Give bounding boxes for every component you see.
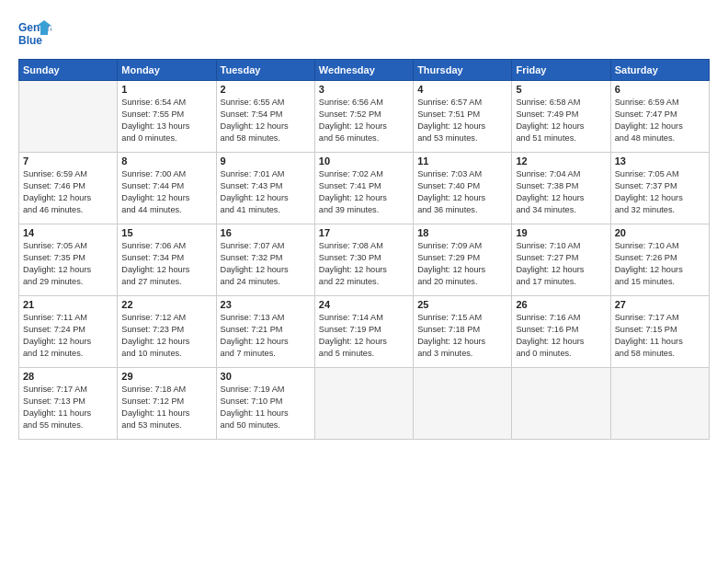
- calendar-cell: 22Sunrise: 7:12 AMSunset: 7:23 PMDayligh…: [118, 296, 216, 368]
- calendar-cell: 27Sunrise: 7:17 AMSunset: 7:15 PMDayligh…: [610, 296, 709, 368]
- day-number: 14: [23, 227, 113, 238]
- calendar-cell: 3Sunrise: 6:56 AMSunset: 7:52 PMDaylight…: [314, 81, 413, 153]
- header-monday: Monday: [118, 60, 216, 81]
- page: General Blue SundayMondayTuesdayWednesda…: [0, 0, 728, 563]
- header-friday: Friday: [512, 60, 610, 81]
- calendar-cell: 15Sunrise: 7:06 AMSunset: 7:34 PMDayligh…: [118, 224, 216, 296]
- day-number: 28: [23, 371, 113, 382]
- calendar-cell: [610, 368, 709, 440]
- calendar-cell: 18Sunrise: 7:09 AMSunset: 7:29 PMDayligh…: [414, 224, 512, 296]
- day-info: Sunrise: 7:18 AMSunset: 7:12 PMDaylight:…: [121, 384, 211, 431]
- logo-svg: General Blue: [18, 17, 51, 50]
- day-info: Sunrise: 7:04 AMSunset: 7:38 PMDaylight:…: [516, 168, 606, 216]
- day-number: 9: [221, 155, 311, 167]
- header-saturday: Saturday: [610, 60, 709, 81]
- day-number: 22: [121, 299, 211, 310]
- calendar-cell: 2Sunrise: 6:55 AMSunset: 7:54 PMDaylight…: [216, 81, 314, 153]
- day-info: Sunrise: 7:00 AMSunset: 7:44 PMDaylight:…: [121, 168, 211, 216]
- day-number: 12: [516, 155, 606, 167]
- header-sunday: Sunday: [19, 60, 118, 81]
- calendar-cell: 16Sunrise: 7:07 AMSunset: 7:32 PMDayligh…: [216, 224, 314, 296]
- day-number: 3: [319, 84, 409, 95]
- day-info: Sunrise: 6:57 AMSunset: 7:51 PMDaylight:…: [417, 97, 507, 144]
- day-info: Sunrise: 7:10 AMSunset: 7:27 PMDaylight:…: [516, 240, 606, 288]
- day-info: Sunrise: 7:17 AMSunset: 7:15 PMDaylight:…: [615, 312, 705, 360]
- calendar-cell: 12Sunrise: 7:04 AMSunset: 7:38 PMDayligh…: [512, 153, 610, 224]
- calendar-cell: 25Sunrise: 7:15 AMSunset: 7:18 PMDayligh…: [414, 296, 512, 368]
- day-number: 19: [516, 227, 606, 238]
- day-info: Sunrise: 7:05 AMSunset: 7:35 PMDaylight:…: [23, 240, 113, 288]
- day-number: 7: [23, 155, 113, 167]
- calendar-cell: 17Sunrise: 7:08 AMSunset: 7:30 PMDayligh…: [314, 224, 413, 296]
- week-row-5: 28Sunrise: 7:17 AMSunset: 7:13 PMDayligh…: [19, 368, 710, 440]
- calendar-cell: 21Sunrise: 7:11 AMSunset: 7:24 PMDayligh…: [19, 296, 118, 368]
- day-info: Sunrise: 7:07 AMSunset: 7:32 PMDaylight:…: [221, 240, 311, 288]
- day-info: Sunrise: 7:11 AMSunset: 7:24 PMDaylight:…: [23, 312, 113, 360]
- day-number: 11: [417, 155, 507, 167]
- week-row-4: 21Sunrise: 7:11 AMSunset: 7:24 PMDayligh…: [19, 296, 710, 368]
- day-number: 16: [221, 227, 311, 238]
- calendar-cell: 29Sunrise: 7:18 AMSunset: 7:12 PMDayligh…: [118, 368, 216, 440]
- day-info: Sunrise: 7:13 AMSunset: 7:21 PMDaylight:…: [221, 312, 311, 360]
- day-number: 26: [516, 299, 606, 310]
- day-info: Sunrise: 7:01 AMSunset: 7:43 PMDaylight:…: [221, 168, 311, 216]
- day-info: Sunrise: 7:14 AMSunset: 7:19 PMDaylight:…: [319, 312, 409, 360]
- day-info: Sunrise: 6:59 AMSunset: 7:46 PMDaylight:…: [23, 168, 113, 216]
- calendar-body: 1Sunrise: 6:54 AMSunset: 7:55 PMDaylight…: [19, 81, 710, 440]
- calendar-cell: 20Sunrise: 7:10 AMSunset: 7:26 PMDayligh…: [610, 224, 709, 296]
- day-number: 23: [221, 299, 311, 310]
- calendar-cell: 30Sunrise: 7:19 AMSunset: 7:10 PMDayligh…: [216, 368, 314, 440]
- calendar-cell: 13Sunrise: 7:05 AMSunset: 7:37 PMDayligh…: [610, 153, 709, 224]
- day-info: Sunrise: 7:10 AMSunset: 7:26 PMDaylight:…: [615, 240, 705, 288]
- day-info: Sunrise: 7:05 AMSunset: 7:37 PMDaylight:…: [615, 168, 705, 216]
- day-number: 18: [417, 227, 507, 238]
- calendar-cell: 26Sunrise: 7:16 AMSunset: 7:16 PMDayligh…: [512, 296, 610, 368]
- calendar-cell: 6Sunrise: 6:59 AMSunset: 7:47 PMDaylight…: [610, 81, 709, 153]
- calendar-cell: 19Sunrise: 7:10 AMSunset: 7:27 PMDayligh…: [512, 224, 610, 296]
- calendar-cell: 14Sunrise: 7:05 AMSunset: 7:35 PMDayligh…: [19, 224, 118, 296]
- calendar-cell: [414, 368, 512, 440]
- day-info: Sunrise: 7:03 AMSunset: 7:40 PMDaylight:…: [417, 168, 507, 216]
- week-row-1: 1Sunrise: 6:54 AMSunset: 7:55 PMDaylight…: [19, 81, 710, 153]
- day-info: Sunrise: 6:56 AMSunset: 7:52 PMDaylight:…: [319, 97, 409, 144]
- day-number: 13: [615, 155, 705, 167]
- calendar-cell: [314, 368, 413, 440]
- day-number: 17: [319, 227, 409, 238]
- day-number: 1: [121, 84, 211, 95]
- day-info: Sunrise: 7:16 AMSunset: 7:16 PMDaylight:…: [516, 312, 606, 360]
- week-row-3: 14Sunrise: 7:05 AMSunset: 7:35 PMDayligh…: [19, 224, 710, 296]
- week-row-2: 7Sunrise: 6:59 AMSunset: 7:46 PMDaylight…: [19, 153, 710, 224]
- day-number: 20: [615, 227, 705, 238]
- svg-text:Blue: Blue: [18, 34, 42, 47]
- day-number: 24: [319, 299, 409, 310]
- day-info: Sunrise: 6:58 AMSunset: 7:49 PMDaylight:…: [516, 97, 606, 144]
- calendar-cell: 1Sunrise: 6:54 AMSunset: 7:55 PMDaylight…: [118, 81, 216, 153]
- calendar-cell: 23Sunrise: 7:13 AMSunset: 7:21 PMDayligh…: [216, 296, 314, 368]
- day-info: Sunrise: 7:12 AMSunset: 7:23 PMDaylight:…: [121, 312, 211, 360]
- calendar-table: SundayMondayTuesdayWednesdayThursdayFrid…: [18, 59, 710, 440]
- day-info: Sunrise: 7:17 AMSunset: 7:13 PMDaylight:…: [23, 384, 113, 431]
- day-info: Sunrise: 7:08 AMSunset: 7:30 PMDaylight:…: [319, 240, 409, 288]
- day-number: 21: [23, 299, 113, 310]
- day-info: Sunrise: 7:19 AMSunset: 7:10 PMDaylight:…: [221, 384, 311, 431]
- calendar-header-row: SundayMondayTuesdayWednesdayThursdayFrid…: [19, 60, 710, 81]
- day-number: 5: [516, 84, 606, 95]
- day-info: Sunrise: 7:09 AMSunset: 7:29 PMDaylight:…: [417, 240, 507, 288]
- day-info: Sunrise: 6:55 AMSunset: 7:54 PMDaylight:…: [221, 97, 311, 144]
- day-number: 30: [221, 371, 311, 382]
- day-number: 2: [221, 84, 311, 95]
- day-number: 4: [417, 84, 507, 95]
- day-number: 15: [121, 227, 211, 238]
- calendar-cell: 7Sunrise: 6:59 AMSunset: 7:46 PMDaylight…: [19, 153, 118, 224]
- day-number: 25: [417, 299, 507, 310]
- day-number: 6: [615, 84, 705, 95]
- calendar-cell: 8Sunrise: 7:00 AMSunset: 7:44 PMDaylight…: [118, 153, 216, 224]
- day-info: Sunrise: 7:02 AMSunset: 7:41 PMDaylight:…: [319, 168, 409, 216]
- day-number: 27: [615, 299, 705, 310]
- day-info: Sunrise: 6:54 AMSunset: 7:55 PMDaylight:…: [121, 97, 211, 144]
- calendar-cell: 4Sunrise: 6:57 AMSunset: 7:51 PMDaylight…: [414, 81, 512, 153]
- calendar-cell: 24Sunrise: 7:14 AMSunset: 7:19 PMDayligh…: [314, 296, 413, 368]
- calendar-cell: [19, 81, 118, 153]
- calendar-cell: 28Sunrise: 7:17 AMSunset: 7:13 PMDayligh…: [19, 368, 118, 440]
- header: General Blue: [18, 17, 710, 50]
